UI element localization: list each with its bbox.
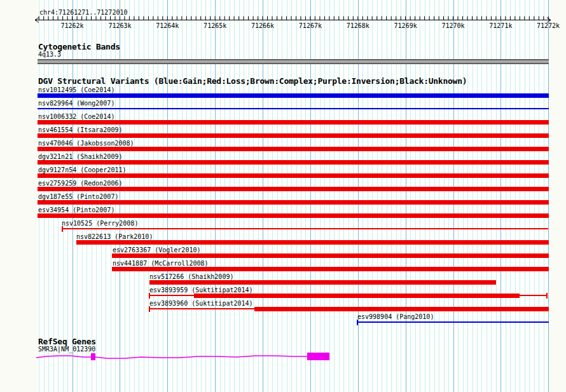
gene-intron-line bbox=[36, 356, 307, 358]
gene-exon-block[interactable] bbox=[91, 353, 95, 360]
genome-browser-view: chr4:71261271..71272010 71262k71263k7126… bbox=[0, 0, 566, 392]
gene-structure-glyph[interactable] bbox=[0, 0, 566, 392]
gene-exon-block[interactable] bbox=[307, 353, 329, 360]
